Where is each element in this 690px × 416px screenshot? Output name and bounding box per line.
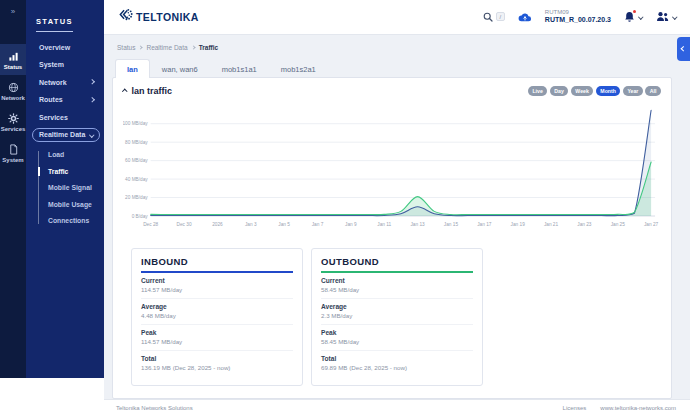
sidebar-subitem-connections[interactable]: Connections bbox=[48, 217, 96, 224]
app-root: » StatusNetworkServicesSystem STATUS Ove… bbox=[0, 0, 690, 416]
stat-value: 58.45 MB/day bbox=[321, 338, 473, 345]
range-button-week[interactable]: Week bbox=[571, 86, 593, 96]
main-content: StatusRealtime DataTraffic lanwan, wan6m… bbox=[104, 35, 690, 399]
tab-mob1s2a1[interactable]: mob1s2a1 bbox=[269, 59, 328, 78]
sidebar-item-label: System bbox=[39, 61, 64, 68]
stat-row-average: Average4.48 MB/day bbox=[141, 303, 293, 325]
svg-text:100 MB/day: 100 MB/day bbox=[123, 121, 148, 126]
traffic-chart: 0 B/day20 MB/day40 MB/day60 MB/day80 MB/… bbox=[123, 100, 661, 240]
users-icon bbox=[656, 8, 669, 26]
outbound-card-title: OUTBOUND bbox=[321, 256, 473, 267]
sidebar-subitem-mobile-signal[interactable]: Mobile Signal bbox=[48, 184, 96, 191]
sidebar-item-label: Overview bbox=[39, 44, 70, 51]
svg-text:40 MB/day: 40 MB/day bbox=[125, 177, 148, 182]
rail-item-services[interactable]: Services bbox=[0, 106, 26, 137]
range-button-month[interactable]: Month bbox=[596, 86, 621, 96]
sidebar-subitem-traffic[interactable]: Traffic bbox=[48, 168, 96, 175]
sidebar-section-title: STATUS bbox=[36, 17, 73, 32]
teltonika-logo[interactable]: TELTONIKA bbox=[118, 7, 199, 26]
stat-value: 58.45 MB/day bbox=[321, 286, 473, 293]
outbound-underline bbox=[321, 271, 473, 273]
range-button-day[interactable]: Day bbox=[550, 86, 569, 96]
chevron-down-icon bbox=[672, 14, 677, 19]
tab-lan[interactable]: lan bbox=[115, 59, 150, 78]
logo-icon bbox=[118, 7, 133, 26]
device-model: RUTM09 bbox=[545, 9, 611, 17]
sidebar-expand-toggle[interactable]: » bbox=[0, 0, 26, 20]
section-collapse-toggle[interactable]: lan traffic bbox=[123, 86, 172, 96]
user-menu-button[interactable] bbox=[656, 8, 677, 26]
svg-text:Jan 25: Jan 25 bbox=[611, 222, 626, 227]
sidebar-item-label: Services bbox=[39, 114, 68, 121]
search-shortcut-badge: / bbox=[496, 12, 505, 21]
firmware-version: RUTM_R_00.07.20.3 bbox=[545, 16, 611, 25]
stat-label: Total bbox=[141, 355, 293, 362]
svg-text:Jan 5: Jan 5 bbox=[278, 222, 290, 227]
range-button-all[interactable]: All bbox=[645, 86, 661, 96]
cloud-icon bbox=[518, 8, 532, 26]
stat-row-total: Total136.19 MB (Dec 28, 2025 - now) bbox=[141, 355, 293, 371]
stat-label: Current bbox=[141, 277, 293, 284]
svg-text:Jan 9: Jan 9 bbox=[345, 222, 357, 227]
main-column: TELTONIKA / RUTM09 RUTM_R_00.07.20.3 bbox=[104, 0, 690, 416]
sidebar-item-network[interactable]: Network bbox=[32, 75, 100, 89]
chevron-right-icon bbox=[89, 80, 94, 85]
stat-value: 4.48 MB/day bbox=[141, 312, 293, 319]
range-button-live[interactable]: Live bbox=[528, 86, 547, 96]
sidebar-item-label: Routes bbox=[39, 96, 63, 103]
footer-company: Teltonika Networks Solutions bbox=[116, 405, 193, 411]
sidebar-item-services[interactable]: Services bbox=[32, 110, 100, 124]
svg-text:Jan 15: Jan 15 bbox=[444, 222, 459, 227]
inbound-card-title: INBOUND bbox=[141, 256, 293, 267]
svg-text:2026: 2026 bbox=[212, 222, 223, 227]
rail-item-label: Status bbox=[4, 64, 22, 70]
globe-icon bbox=[7, 81, 19, 93]
chart-area: 0 B/day20 MB/day40 MB/day60 MB/day80 MB/… bbox=[123, 100, 661, 240]
rail-item-network[interactable]: Network bbox=[0, 75, 26, 106]
rail-items: StatusNetworkServicesSystem bbox=[0, 44, 26, 168]
top-header: TELTONIKA / RUTM09 RUTM_R_00.07.20.3 bbox=[104, 0, 690, 35]
collapsed-panel-toggle[interactable] bbox=[677, 37, 690, 61]
tab-wan-wan6[interactable]: wan, wan6 bbox=[150, 59, 210, 78]
breadcrumb-item-status[interactable]: Status bbox=[117, 44, 135, 51]
svg-text:Dec 30: Dec 30 bbox=[177, 222, 192, 227]
range-button-year[interactable]: Year bbox=[623, 86, 643, 96]
bar-chart-icon bbox=[7, 50, 19, 62]
rail-item-label: System bbox=[2, 157, 23, 163]
chevron-right-icon bbox=[89, 97, 94, 102]
breadcrumb-item-realtime-data[interactable]: Realtime Data bbox=[146, 44, 187, 51]
device-info: RUTM09 RUTM_R_00.07.20.3 bbox=[545, 9, 611, 25]
inbound-underline bbox=[141, 271, 293, 273]
footer-links: Licenseswww.teltonika-networks.com bbox=[563, 405, 676, 411]
rail-item-label: Services bbox=[1, 126, 26, 132]
svg-text:Dec 28: Dec 28 bbox=[143, 222, 158, 227]
notifications-button[interactable] bbox=[624, 11, 643, 23]
svg-text:Jan 17: Jan 17 bbox=[477, 222, 492, 227]
rail-item-status[interactable]: Status bbox=[0, 44, 26, 75]
inbound-card: INBOUNDCurrent114.57 MB/dayAverage4.48 M… bbox=[131, 248, 303, 386]
sidebar-subitem-mobile-usage[interactable]: Mobile Usage bbox=[48, 201, 96, 208]
stat-label: Current bbox=[321, 277, 473, 284]
logo-text: TELTONIKA bbox=[136, 11, 199, 23]
svg-text:Jan 13: Jan 13 bbox=[410, 222, 425, 227]
bell-icon bbox=[624, 11, 635, 23]
search-button[interactable]: / bbox=[483, 8, 505, 26]
sidebar-subitem-load[interactable]: Load bbox=[48, 151, 96, 158]
chevron-left-icon bbox=[681, 46, 686, 51]
footer-link-www-teltonika-networks-com[interactable]: www.teltonika-networks.com bbox=[600, 405, 676, 411]
stat-row-peak: Peak114.57 MB/day bbox=[141, 329, 293, 351]
tab-mob1s1a1[interactable]: mob1s1a1 bbox=[210, 59, 269, 78]
sidebar-item-overview[interactable]: Overview bbox=[32, 40, 100, 54]
outbound-card: OUTBOUNDCurrent58.45 MB/dayAverage2.3 MB… bbox=[311, 248, 483, 386]
sidebar-item-system[interactable]: System bbox=[32, 58, 100, 72]
rail-item-label: Network bbox=[1, 95, 25, 101]
sidebar-item-routes[interactable]: Routes bbox=[32, 93, 100, 107]
stat-label: Average bbox=[141, 303, 293, 310]
stat-value: 114.57 MB/day bbox=[141, 338, 293, 345]
chevron-down-icon bbox=[89, 132, 94, 137]
rms-cloud-button[interactable] bbox=[518, 8, 532, 26]
sidebar-item-realtime-data[interactable]: Realtime Data bbox=[32, 128, 100, 142]
footer-link-licenses[interactable]: Licenses bbox=[563, 405, 587, 411]
rail-item-system[interactable]: System bbox=[0, 137, 26, 168]
chevron-right-icon bbox=[191, 45, 195, 49]
